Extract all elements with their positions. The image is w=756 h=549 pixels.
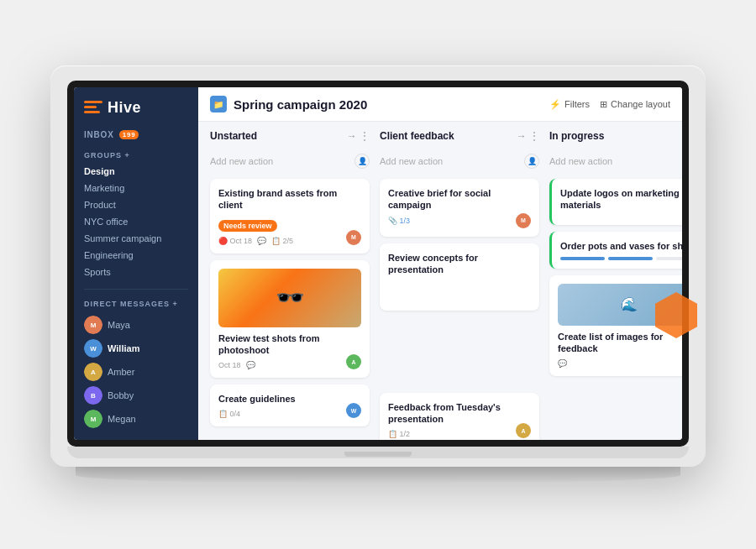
sidebar-item-sports[interactable]: Sports [84, 264, 188, 280]
inbox-label: INBOX [84, 130, 114, 139]
filters-button[interactable]: ⚡ Filters [549, 99, 590, 110]
card-creative-brief[interactable]: Creative brief for social campaign 📎 1/3… [380, 179, 539, 237]
sidebar-item-product[interactable]: Product [84, 196, 188, 213]
main-content: 📁 Spring campaign 2020 ⚡ Filters ⊞ Chang… [198, 87, 682, 440]
card-test-shots[interactable]: 🕶️ Review test shots from photoshoot Oct… [210, 260, 370, 379]
card-title-feedback-tuesday: Feedback from Tuesday's presentation [388, 401, 531, 426]
card-meta-create-list: 💬 [558, 359, 682, 368]
add-action-icon-unstarted: 👤 [354, 154, 370, 169]
avatar-william: W [84, 339, 102, 358]
image-placeholder: 🕶️ [218, 269, 361, 327]
card-create-guidelines[interactable]: Create guidelines 📋 0/4 W [210, 384, 370, 426]
inbox-item[interactable]: INBOX 199 [74, 125, 198, 144]
sidebar-item-engineering[interactable]: Engineering [84, 247, 188, 264]
card-review-concepts[interactable]: Review concepts for presentation [380, 243, 539, 311]
card-title-review-concepts: Review concepts for presentation [388, 252, 531, 276]
laptop-wrapper: Hive INBOX 199 GROUPS + Design Marketing… [50, 65, 706, 484]
dm-item-bobby[interactable]: B Bobby [84, 384, 188, 407]
laptop-base [67, 447, 689, 458]
app-screen: Hive INBOX 199 GROUPS + Design Marketing… [74, 87, 682, 440]
card-update-logos[interactable]: Update logos on marketing materials B [549, 179, 682, 225]
filter-icon: ⚡ [549, 99, 561, 110]
dm-label: DIRECT MESSAGES + [84, 300, 188, 308]
kanban-board: Unstarted → ⋮ Add new action 👤 Existing … [198, 122, 682, 440]
groups-label: GROUPS + [84, 151, 188, 159]
card-tag-needs-review: Needs review [218, 220, 277, 232]
card-feedback-tuesday[interactable]: Feedback from Tuesday's presentation 📋 1… [380, 393, 539, 440]
sidebar-item-summer[interactable]: Summer campaign [84, 230, 188, 247]
laptop-notch [344, 452, 412, 457]
sidebar-divider [84, 289, 188, 290]
avatar-bobby: B [84, 386, 102, 405]
project-title: 📁 Spring campaign 2020 [210, 96, 367, 112]
card-meta-brand-assets: 🔴 Oct 18 💬 📋 2/5 [218, 237, 361, 245]
card-title-creative-brief: Creative brief for social campaign [388, 187, 531, 212]
avatar-megan: M [84, 410, 102, 428]
column-header-feedback: Client feedback → ⋮ [380, 130, 539, 142]
column-header-in-progress: In progress → ⋮ [549, 130, 682, 142]
column-in-progress: In progress → ⋮ Add new action 👤 Update … [549, 130, 682, 431]
add-action-icon-feedback: 👤 [524, 154, 539, 169]
top-bar: 📁 Spring campaign 2020 ⚡ Filters ⊞ Chang… [198, 87, 682, 122]
add-action-unstarted[interactable]: Add new action 👤 [210, 149, 370, 174]
sidebar: Hive INBOX 199 GROUPS + Design Marketing… [74, 87, 198, 440]
card-title-brand-assets: Existing brand assets from client [218, 187, 361, 212]
card-title-test-shots: Review test shots from photoshoot [218, 332, 361, 357]
laptop-body: Hive INBOX 199 GROUPS + Design Marketing… [50, 65, 706, 467]
logo-text: Hive [108, 99, 141, 117]
logo: Hive [74, 87, 198, 125]
layout-icon: ⊞ [600, 99, 607, 110]
column-title-unstarted: Unstarted [210, 130, 257, 142]
add-action-text-feedback: Add new action [380, 156, 443, 166]
add-action-in-progress[interactable]: Add new action 👤 [549, 149, 682, 174]
card-brand-assets[interactable]: Existing brand assets from client Needs … [210, 179, 370, 254]
column-title-feedback: Client feedback [380, 130, 454, 142]
logo-icon [84, 101, 102, 116]
dm-item-megan[interactable]: M Megan [84, 407, 188, 431]
card-title-update-logos: Update logos on marketing materials [560, 187, 682, 212]
avatar-maya: M [84, 316, 102, 334]
project-name: Spring campaign 2020 [234, 97, 367, 112]
column-actions-unstarted: → ⋮ [347, 130, 370, 142]
dm-name-william: William [108, 343, 139, 353]
change-layout-button[interactable]: ⊞ Change layout [600, 99, 670, 110]
dm-name-maya: Maya [108, 320, 130, 330]
card-image-shots: 🕶️ [218, 269, 361, 327]
card-title-guidelines: Create guidelines [218, 393, 361, 405]
add-action-feedback[interactable]: Add new action 👤 [380, 149, 539, 174]
column-title-in-progress: In progress [549, 130, 604, 142]
dm-item-william[interactable]: W William [84, 337, 188, 360]
sidebar-item-nyc[interactable]: NYC office [84, 213, 188, 230]
column-client-feedback: Client feedback → ⋮ Add new action 👤 Cre… [380, 130, 539, 431]
card-progress-bar [560, 257, 682, 260]
change-layout-label: Change layout [611, 99, 670, 109]
dm-name-megan: Megan [108, 414, 136, 424]
avatar-amber: A [84, 363, 102, 381]
hex-decoration [655, 292, 697, 338]
column-header-unstarted: Unstarted → ⋮ [210, 130, 370, 142]
sidebar-item-marketing[interactable]: Marketing [84, 180, 188, 196]
card-order-pots[interactable]: Order pots and vases for shoot M [549, 232, 682, 269]
add-action-text-in-progress: Add new action [549, 156, 612, 166]
dm-item-maya[interactable]: M Maya [84, 313, 188, 337]
dm-item-amber[interactable]: A Amber [84, 360, 188, 384]
laptop-shadow [76, 467, 680, 484]
hex-shape [655, 292, 697, 338]
card-avatar-brand-assets: M [346, 230, 363, 247]
sidebar-item-design[interactable]: Design [84, 163, 188, 180]
direct-messages-section: DIRECT MESSAGES + M Maya W William [74, 295, 198, 434]
add-action-text-unstarted: Add new action [210, 156, 273, 166]
card-avatar-feedback-tuesday: A [516, 423, 533, 440]
card-meta-guidelines: 📋 0/4 [218, 410, 361, 418]
card-meta-test-shots: Oct 18 💬 [218, 361, 361, 369]
top-actions: ⚡ Filters ⊞ Change layout [549, 99, 670, 110]
groups-section: GROUPS + Design Marketing Product NYC of… [74, 144, 198, 284]
filters-label: Filters [564, 99, 590, 109]
dm-name-amber: Amber [108, 367, 134, 377]
screen-bezel: Hive INBOX 199 GROUPS + Design Marketing… [67, 81, 689, 447]
column-unstarted: Unstarted → ⋮ Add new action 👤 Existing … [210, 130, 370, 431]
card-attachment-brief: 📎 1/3 [388, 217, 531, 225]
project-icon: 📁 [210, 96, 227, 112]
column-actions-feedback: → ⋮ [517, 130, 539, 142]
card-avatar-brief: M [516, 213, 533, 230]
